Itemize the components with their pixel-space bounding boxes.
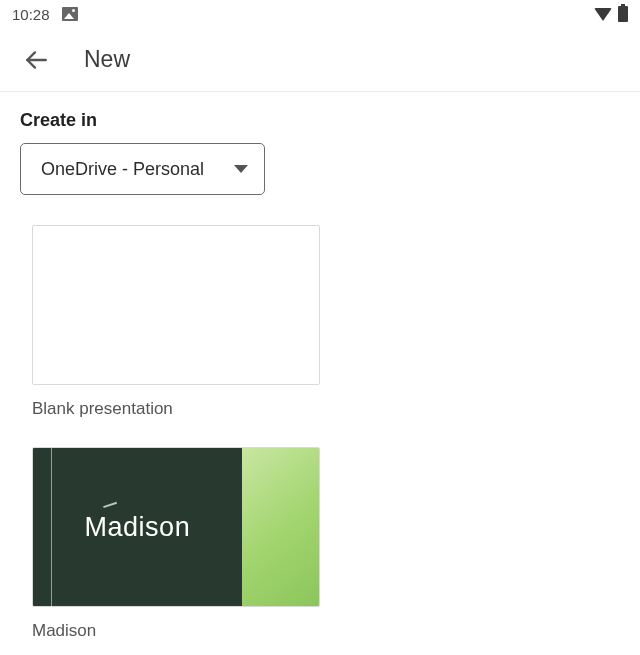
page-title: New — [84, 46, 130, 73]
screenshot-icon — [62, 7, 78, 21]
status-time: 10:28 — [12, 6, 50, 23]
create-in-selected: OneDrive - Personal — [41, 159, 204, 180]
template-list: Blank presentation Madison Madison — [20, 225, 620, 641]
wifi-icon — [594, 8, 612, 21]
battery-icon — [618, 6, 628, 22]
status-right — [594, 6, 628, 22]
decorative-line — [51, 448, 52, 606]
arrow-left-icon — [23, 47, 49, 73]
template-blank-thumb[interactable] — [32, 225, 320, 385]
template-madison-preview-left: Madison — [33, 448, 242, 606]
nav-bar: New — [0, 28, 640, 92]
template-blank-caption: Blank presentation — [32, 399, 620, 419]
template-blank: Blank presentation — [32, 225, 620, 419]
decorative-mark — [103, 502, 117, 508]
template-madison-preview-right — [242, 448, 319, 606]
content: Create in OneDrive - Personal Blank pres… — [0, 92, 640, 655]
template-madison-preview-title: Madison — [85, 512, 191, 543]
back-button[interactable] — [22, 46, 50, 74]
template-madison-caption: Madison — [32, 621, 620, 641]
status-bar: 10:28 — [0, 0, 640, 28]
template-madison: Madison Madison — [32, 447, 620, 641]
chevron-down-icon — [234, 165, 248, 173]
template-madison-thumb[interactable]: Madison — [32, 447, 320, 607]
create-in-dropdown[interactable]: OneDrive - Personal — [20, 143, 265, 195]
status-left: 10:28 — [12, 6, 78, 23]
create-in-label: Create in — [20, 110, 620, 131]
